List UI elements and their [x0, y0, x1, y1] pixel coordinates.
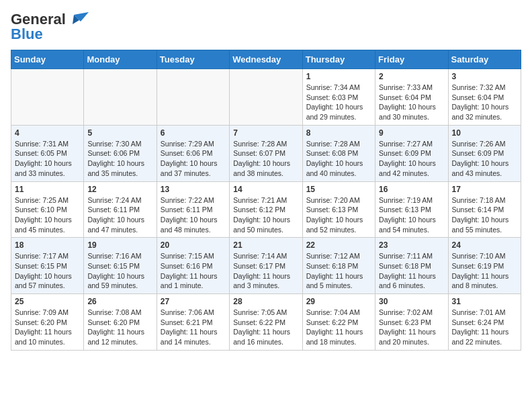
calendar-day-cell: [11, 69, 84, 126]
calendar-week-row: 18Sunrise: 7:17 AM Sunset: 6:15 PM Dayli…: [11, 238, 521, 294]
calendar-day-cell: [230, 69, 302, 126]
day-info-text: Sunrise: 7:20 AM Sunset: 6:13 PM Dayligh…: [306, 195, 371, 235]
day-info-text: Sunrise: 7:15 AM Sunset: 6:16 PM Dayligh…: [161, 251, 226, 291]
day-number: 10: [452, 128, 517, 138]
calendar-day-cell: [157, 69, 229, 126]
day-info-text: Sunrise: 7:34 AM Sunset: 6:03 PM Dayligh…: [306, 83, 371, 122]
calendar-day-cell: 18Sunrise: 7:17 AM Sunset: 6:15 PM Dayli…: [11, 238, 84, 294]
logo: General Blue: [11, 11, 89, 43]
calendar-table: SundayMondayTuesdayWednesdayThursdayFrid…: [11, 50, 521, 351]
calendar-day-cell: 24Sunrise: 7:10 AM Sunset: 6:19 PM Dayli…: [448, 238, 521, 294]
day-number: 8: [306, 128, 371, 138]
day-info-text: Sunrise: 7:26 AM Sunset: 6:09 PM Dayligh…: [452, 139, 517, 179]
day-info-text: Sunrise: 7:10 AM Sunset: 6:19 PM Dayligh…: [452, 251, 517, 291]
day-number: 5: [87, 128, 152, 138]
calendar-day-cell: 12Sunrise: 7:24 AM Sunset: 6:11 PM Dayli…: [84, 181, 157, 238]
day-number: 21: [233, 240, 298, 250]
day-number: 22: [306, 240, 371, 250]
day-info-text: Sunrise: 7:05 AM Sunset: 6:22 PM Dayligh…: [233, 308, 298, 347]
calendar-day-cell: 9Sunrise: 7:27 AM Sunset: 6:09 PM Daylig…: [375, 125, 448, 181]
day-info-text: Sunrise: 7:32 AM Sunset: 6:04 PM Dayligh…: [452, 83, 517, 122]
calendar-day-cell: 14Sunrise: 7:21 AM Sunset: 6:12 PM Dayli…: [230, 181, 302, 238]
day-number: 29: [306, 297, 371, 306]
day-number: 16: [379, 185, 444, 194]
calendar-day-cell: 13Sunrise: 7:22 AM Sunset: 6:11 PM Dayli…: [157, 181, 229, 238]
day-number: 1: [306, 72, 371, 81]
day-number: 7: [233, 128, 298, 138]
calendar-day-cell: 4Sunrise: 7:31 AM Sunset: 6:05 PM Daylig…: [11, 125, 84, 181]
calendar-day-cell: 10Sunrise: 7:26 AM Sunset: 6:09 PM Dayli…: [448, 125, 521, 181]
day-info-text: Sunrise: 7:12 AM Sunset: 6:18 PM Dayligh…: [306, 251, 371, 291]
day-of-week-header: Thursday: [302, 50, 375, 69]
day-info-text: Sunrise: 7:29 AM Sunset: 6:06 PM Dayligh…: [161, 139, 226, 179]
day-info-text: Sunrise: 7:18 AM Sunset: 6:14 PM Dayligh…: [452, 195, 517, 235]
calendar-day-cell: 5Sunrise: 7:30 AM Sunset: 6:06 PM Daylig…: [84, 125, 157, 181]
day-number: 25: [15, 297, 80, 306]
calendar-day-cell: [84, 69, 157, 126]
day-number: 9: [379, 128, 444, 138]
day-of-week-header: Monday: [84, 50, 157, 69]
day-of-week-header: Saturday: [448, 50, 521, 69]
day-number: 17: [452, 185, 517, 194]
day-number: 30: [379, 297, 444, 306]
day-number: 13: [161, 185, 226, 194]
calendar-day-cell: 20Sunrise: 7:15 AM Sunset: 6:16 PM Dayli…: [157, 238, 229, 294]
calendar-week-row: 1Sunrise: 7:34 AM Sunset: 6:03 PM Daylig…: [11, 69, 521, 126]
calendar-day-cell: 28Sunrise: 7:05 AM Sunset: 6:22 PM Dayli…: [230, 294, 302, 351]
day-of-week-header: Wednesday: [230, 50, 302, 69]
day-number: 14: [233, 185, 298, 194]
day-info-text: Sunrise: 7:02 AM Sunset: 6:23 PM Dayligh…: [379, 308, 444, 347]
day-number: 4: [15, 128, 80, 138]
day-number: 18: [15, 240, 80, 250]
day-info-text: Sunrise: 7:28 AM Sunset: 6:07 PM Dayligh…: [233, 139, 298, 179]
day-of-week-header: Sunday: [11, 50, 84, 69]
day-info-text: Sunrise: 7:04 AM Sunset: 6:22 PM Dayligh…: [306, 308, 371, 347]
calendar-day-cell: 16Sunrise: 7:19 AM Sunset: 6:13 PM Dayli…: [375, 181, 448, 238]
day-info-text: Sunrise: 7:16 AM Sunset: 6:15 PM Dayligh…: [87, 251, 152, 291]
calendar-day-cell: 1Sunrise: 7:34 AM Sunset: 6:03 PM Daylig…: [302, 69, 375, 126]
day-info-text: Sunrise: 7:28 AM Sunset: 6:08 PM Dayligh…: [306, 139, 371, 179]
calendar-day-cell: 11Sunrise: 7:25 AM Sunset: 6:10 PM Dayli…: [11, 181, 84, 238]
day-info-text: Sunrise: 7:33 AM Sunset: 6:04 PM Dayligh…: [379, 83, 444, 122]
calendar-day-cell: 22Sunrise: 7:12 AM Sunset: 6:18 PM Dayli…: [302, 238, 375, 294]
day-number: 6: [161, 128, 226, 138]
calendar-day-cell: 25Sunrise: 7:09 AM Sunset: 6:20 PM Dayli…: [11, 294, 84, 351]
day-of-week-header: Tuesday: [157, 50, 229, 69]
calendar-day-cell: 29Sunrise: 7:04 AM Sunset: 6:22 PM Dayli…: [302, 294, 375, 351]
day-number: 19: [87, 240, 152, 250]
calendar-day-cell: 27Sunrise: 7:06 AM Sunset: 6:21 PM Dayli…: [157, 294, 229, 351]
day-number: 11: [15, 185, 80, 194]
day-number: 31: [452, 297, 517, 306]
day-info-text: Sunrise: 7:31 AM Sunset: 6:05 PM Dayligh…: [15, 139, 80, 179]
calendar-day-cell: 23Sunrise: 7:11 AM Sunset: 6:18 PM Dayli…: [375, 238, 448, 294]
calendar-day-cell: 31Sunrise: 7:01 AM Sunset: 6:24 PM Dayli…: [448, 294, 521, 351]
day-info-text: Sunrise: 7:21 AM Sunset: 6:12 PM Dayligh…: [233, 195, 298, 235]
day-info-text: Sunrise: 7:27 AM Sunset: 6:09 PM Dayligh…: [379, 139, 444, 179]
day-of-week-header: Friday: [375, 50, 448, 69]
day-number: 3: [452, 72, 517, 81]
day-number: 28: [233, 297, 298, 306]
logo-blue-text: Blue: [11, 26, 43, 43]
calendar-day-cell: 26Sunrise: 7:08 AM Sunset: 6:20 PM Dayli…: [84, 294, 157, 351]
day-info-text: Sunrise: 7:09 AM Sunset: 6:20 PM Dayligh…: [15, 308, 80, 347]
calendar-week-row: 4Sunrise: 7:31 AM Sunset: 6:05 PM Daylig…: [11, 125, 521, 181]
calendar-header-row: SundayMondayTuesdayWednesdayThursdayFrid…: [11, 50, 521, 69]
calendar-day-cell: 8Sunrise: 7:28 AM Sunset: 6:08 PM Daylig…: [302, 125, 375, 181]
day-info-text: Sunrise: 7:06 AM Sunset: 6:21 PM Dayligh…: [161, 308, 226, 347]
calendar-day-cell: 17Sunrise: 7:18 AM Sunset: 6:14 PM Dayli…: [448, 181, 521, 238]
calendar-day-cell: 30Sunrise: 7:02 AM Sunset: 6:23 PM Dayli…: [375, 294, 448, 351]
day-number: 24: [452, 240, 517, 250]
calendar-day-cell: 21Sunrise: 7:14 AM Sunset: 6:17 PM Dayli…: [230, 238, 302, 294]
day-number: 20: [161, 240, 226, 250]
calendar-day-cell: 2Sunrise: 7:33 AM Sunset: 6:04 PM Daylig…: [375, 69, 448, 126]
day-info-text: Sunrise: 7:01 AM Sunset: 6:24 PM Dayligh…: [452, 308, 517, 347]
day-info-text: Sunrise: 7:24 AM Sunset: 6:11 PM Dayligh…: [87, 195, 152, 235]
day-info-text: Sunrise: 7:19 AM Sunset: 6:13 PM Dayligh…: [379, 195, 444, 235]
day-info-text: Sunrise: 7:11 AM Sunset: 6:18 PM Dayligh…: [379, 251, 444, 291]
day-info-text: Sunrise: 7:17 AM Sunset: 6:15 PM Dayligh…: [15, 251, 80, 291]
day-number: 15: [306, 185, 371, 194]
day-number: 12: [87, 185, 152, 194]
day-info-text: Sunrise: 7:22 AM Sunset: 6:11 PM Dayligh…: [161, 195, 226, 235]
day-number: 27: [161, 297, 226, 306]
day-number: 2: [379, 72, 444, 81]
